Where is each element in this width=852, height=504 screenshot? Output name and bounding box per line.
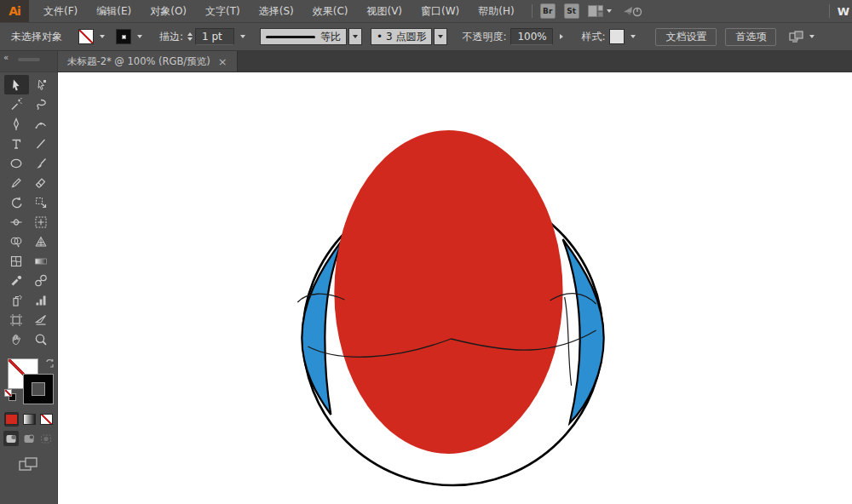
width-tool-icon xyxy=(9,215,23,229)
column-graph-tool[interactable] xyxy=(29,290,54,310)
curvature-tool-icon xyxy=(34,117,48,131)
menu-type[interactable]: 文字(T) xyxy=(196,0,250,22)
tool-grid xyxy=(0,72,57,349)
stroke-indicator-black[interactable] xyxy=(23,374,54,404)
type-tool[interactable] xyxy=(4,134,29,153)
main-menu: 文件(F)编辑(E)对象(O)文字(T)选择(S)效果(C)视图(V)窗口(W)… xyxy=(34,0,524,22)
screen-mode-icon xyxy=(18,456,40,473)
workspace-switcher[interactable] xyxy=(588,5,612,17)
lasso-tool[interactable] xyxy=(29,94,54,114)
menu-bar: Ai 文件(F)编辑(E)对象(O)文字(T)选择(S)效果(C)视图(V)窗口… xyxy=(0,0,852,23)
fill-dropdown[interactable] xyxy=(95,28,109,45)
chevron-down-icon xyxy=(607,9,612,13)
arrange-panel-menu[interactable] xyxy=(788,30,815,43)
artboard-tool[interactable] xyxy=(4,310,29,329)
none-button[interactable] xyxy=(39,412,53,427)
tools-panel: « xyxy=(0,51,58,504)
brush-definition-chevron[interactable] xyxy=(434,28,447,45)
zoom-tool-icon xyxy=(34,333,48,346)
pen-tool[interactable] xyxy=(4,114,29,134)
color-button[interactable] xyxy=(4,412,19,427)
selection-tool-icon xyxy=(9,78,23,92)
style-label: 样式: xyxy=(581,30,605,44)
menu-view[interactable]: 视图(V) xyxy=(357,0,412,22)
perspective-grid-tool[interactable] xyxy=(29,232,54,251)
drawing-mode-buttons xyxy=(0,427,57,446)
eyedropper-tool-icon xyxy=(9,274,23,288)
eraser-tool-icon xyxy=(34,176,48,190)
stroke-width-stepper[interactable] xyxy=(187,32,193,41)
direct-selection-tool-icon xyxy=(34,78,48,92)
paintbrush-tool[interactable] xyxy=(29,153,54,173)
collapse-panel-icon[interactable]: « xyxy=(3,53,9,62)
fill-color-swatch[interactable] xyxy=(78,29,94,44)
eyedropper-tool[interactable] xyxy=(4,271,29,290)
menu-object[interactable]: 对象(O) xyxy=(141,0,196,22)
menu-help[interactable]: 帮助(H) xyxy=(469,0,523,22)
tools-panel-header[interactable]: « xyxy=(0,51,57,72)
menu-select[interactable]: 选择(S) xyxy=(250,0,303,22)
zoom-tool[interactable] xyxy=(29,329,54,349)
stroke-color-swatch[interactable] xyxy=(116,29,131,44)
illustrator-logo: Ai xyxy=(0,0,29,22)
menu-effect[interactable]: 效果(C) xyxy=(303,0,358,22)
ellipse-tool[interactable] xyxy=(4,153,29,173)
line-segment-tool[interactable] xyxy=(29,134,54,153)
bridge-button[interactable]: Br xyxy=(540,3,556,19)
style-dropdown[interactable] xyxy=(626,28,640,45)
eraser-tool[interactable] xyxy=(29,173,54,192)
draw-behind-button[interactable] xyxy=(21,431,37,446)
curvature-tool[interactable] xyxy=(29,114,54,134)
width-profile-chevron[interactable] xyxy=(348,28,362,45)
stroke-width-field[interactable]: 1 pt xyxy=(195,28,234,45)
blend-tool[interactable] xyxy=(29,271,54,290)
menu-separator xyxy=(532,4,532,18)
rotate-tool[interactable] xyxy=(4,192,29,212)
opacity-field[interactable]: 100% xyxy=(510,28,553,45)
blend-tool-icon xyxy=(34,274,48,288)
preferences-button[interactable]: 首选项 xyxy=(725,28,776,46)
document-tab[interactable]: 未标题-2* @ 100% (RGB/预览) × xyxy=(58,51,238,72)
gradient-button[interactable] xyxy=(22,412,36,427)
style-swatch[interactable] xyxy=(609,29,625,44)
default-fill-stroke-icon[interactable] xyxy=(4,389,16,401)
direct-selection-tool[interactable] xyxy=(29,75,54,94)
opacity-panel-arrow[interactable] xyxy=(555,28,568,45)
draw-inside-button[interactable] xyxy=(38,431,54,446)
brush-definition-dropdown[interactable]: • 3 点圆形 xyxy=(371,28,432,45)
selection-tool[interactable] xyxy=(4,75,29,94)
close-tab-icon[interactable]: × xyxy=(218,56,227,67)
mesh-tool[interactable] xyxy=(4,251,29,271)
width-profile-preview xyxy=(266,36,315,38)
magic-wand-tool[interactable] xyxy=(4,94,29,114)
artboard-canvas[interactable] xyxy=(58,72,852,504)
stock-button[interactable]: St xyxy=(564,3,579,19)
free-transform-tool[interactable] xyxy=(29,212,54,232)
swap-fill-stroke-icon[interactable] xyxy=(44,358,55,369)
screen-mode-button[interactable] xyxy=(0,446,57,473)
rotate-tool-icon xyxy=(9,196,23,209)
pencil-tool[interactable] xyxy=(4,173,29,192)
ellipse-tool-icon xyxy=(9,157,23,170)
panel-grip[interactable] xyxy=(18,58,40,61)
column-graph-tool-icon xyxy=(34,294,48,307)
symbol-sprayer-tool[interactable] xyxy=(4,290,29,310)
shape-builder-tool[interactable] xyxy=(4,232,29,251)
hand-tool[interactable] xyxy=(4,329,29,349)
color-mode-buttons xyxy=(0,407,57,427)
width-profile-dropdown[interactable]: 等比 xyxy=(260,28,347,45)
scale-tool[interactable] xyxy=(29,192,54,212)
scale-tool-icon xyxy=(34,196,48,209)
menu-window[interactable]: 窗口(W) xyxy=(412,0,469,22)
menu-file[interactable]: 文件(F) xyxy=(34,0,87,22)
red-face-ellipse[interactable] xyxy=(334,130,562,454)
cs-live-icon[interactable] xyxy=(622,4,644,18)
stroke-dropdown[interactable] xyxy=(133,28,147,45)
gradient-tool[interactable] xyxy=(29,251,54,271)
menu-edit[interactable]: 编辑(E) xyxy=(87,0,141,22)
stroke-width-dropdown[interactable] xyxy=(236,28,250,45)
width-tool[interactable] xyxy=(4,212,29,232)
draw-normal-button[interactable] xyxy=(3,431,19,446)
document-setup-button[interactable]: 文档设置 xyxy=(655,28,717,46)
slice-tool[interactable] xyxy=(29,310,54,329)
